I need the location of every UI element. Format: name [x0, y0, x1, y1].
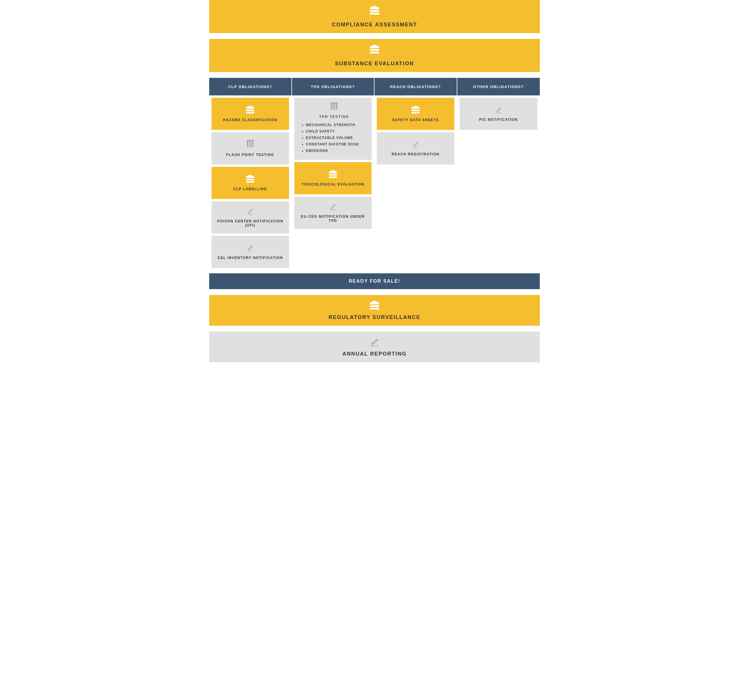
pic-notification-label: PIC NOTIFICATION [479, 118, 518, 122]
clp-column: CLP OBLIGATIONS? HAZARD CLASSIFICATION [209, 78, 292, 271]
svg-rect-30 [333, 108, 335, 110]
svg-rect-43 [370, 308, 379, 310]
stack-icon-tox [328, 170, 338, 180]
safety-data-sheets-card[interactable]: SAFETY DATA SHEETS [377, 98, 454, 130]
svg-rect-18 [252, 145, 254, 147]
list-item: CHILD SAFETY [306, 129, 367, 133]
svg-rect-20 [246, 179, 254, 180]
svg-rect-8 [246, 112, 254, 113]
obligations-columns: CLP OBLIGATIONS? HAZARD CLASSIFICATION [209, 78, 540, 271]
svg-rect-17 [249, 145, 251, 147]
svg-rect-42 [496, 113, 501, 113]
svg-rect-24 [248, 251, 253, 251]
poison-center-label: POISON CENTER NOTIFICATION (UFI) [215, 219, 286, 228]
hazard-classification-label: HAZARD CLASSIFICATION [223, 118, 277, 122]
pencil-icon-annual [369, 337, 380, 348]
substance-evaluation-banner: SUBSTANCE EVALUATION [209, 39, 540, 72]
svg-rect-37 [411, 112, 420, 113]
regulatory-surveillance-banner: REGULATORY SURVEILLANCE [209, 295, 540, 326]
svg-rect-13 [249, 141, 251, 146]
svg-rect-19 [246, 181, 254, 183]
eu-ceg-label: EU-CEG NOTIFICATION UNDER TPD [298, 214, 368, 223]
stack-icon-clp [245, 175, 255, 185]
reach-registration-label: REACH REGISTRATION [392, 152, 439, 156]
toxicological-evaluation-card[interactable]: TOXICOLOGICAL EVALUATION [294, 162, 372, 194]
flash-point-testing-card[interactable]: FLASH POINT TESTING [211, 132, 289, 165]
clp-labelling-card[interactable]: CLP LABELLING [211, 167, 289, 199]
other-column: OTHER OBLIGATIONS? PIC NOTIFICATION [457, 78, 540, 271]
ready-for-sale-banner: READY FOR SALE! [209, 273, 540, 289]
stack-icon-2 [368, 44, 381, 57]
svg-rect-32 [329, 176, 337, 178]
list-item: EMISSIONS [306, 149, 367, 153]
list-item: CONSTANT NICOTNE DOSE [306, 142, 367, 146]
clp-labelling-label: CLP LABELLING [234, 187, 267, 191]
eu-ceg-notification-card[interactable]: EU-CEG NOTIFICATION UNDER TPD [294, 197, 372, 229]
regulatory-surveillance-label: REGULATORY SURVEILLANCE [329, 314, 420, 321]
stack-icon-sds [411, 105, 420, 116]
hazard-classification-card[interactable]: HAZARD CLASSIFICATION [211, 98, 289, 130]
tubes-icon [245, 140, 255, 150]
cl-inventory-label: C&L INVENTORY NOTIFICATION [217, 256, 283, 260]
reach-registration-card[interactable]: REACH REGISTRATION [377, 132, 454, 165]
compliance-assessment-label: COMPLIANCE ASSESSMENT [332, 21, 417, 28]
reach-body: SAFETY DATA SHEETS REACH REGISTRATION [374, 95, 457, 271]
tpd-body: TPD TESTING MECHANICAL STRENGTH CHILD SA… [292, 95, 374, 271]
svg-rect-36 [330, 209, 336, 210]
clp-header: CLP OBLIGATIONS? [209, 78, 291, 95]
stack-icon-gold [245, 105, 255, 116]
pencil-icon-poison [246, 208, 254, 217]
reach-header: REACH OBLIGATIONS? [374, 78, 457, 95]
compliance-assessment-banner: COMPLIANCE ASSESSMENT [209, 0, 540, 33]
stack-icon [368, 5, 381, 18]
cl-inventory-card[interactable]: C&L INVENTORY NOTIFICATION [211, 236, 289, 268]
svg-rect-47 [371, 345, 378, 347]
other-body: PIC NOTIFICATION [457, 95, 540, 271]
ready-for-sale-label: READY FOR SALE! [349, 278, 400, 284]
svg-rect-44 [370, 305, 379, 307]
svg-rect-0 [370, 13, 379, 15]
svg-rect-38 [411, 110, 420, 111]
toxicological-label: TOXICOLOGICAL EVALUATION [301, 182, 364, 186]
flash-point-testing-label: FLASH POINT TESTING [226, 153, 274, 157]
svg-rect-1 [370, 10, 379, 12]
svg-rect-16 [247, 145, 249, 147]
svg-rect-14 [252, 141, 254, 146]
tubes-icon-tpd [329, 102, 339, 113]
tpd-testing-title: TPD TESTING [301, 102, 367, 119]
tpd-testing-card[interactable]: TPD TESTING MECHANICAL STRENGTH CHILD SA… [294, 98, 372, 160]
svg-rect-27 [336, 103, 337, 108]
annual-reporting-banner: ANNUAL REPORTING [209, 332, 540, 362]
poison-center-notification-card[interactable]: POISON CENTER NOTIFICATION (UFI) [211, 201, 289, 234]
tpd-header: TPD OBLIGATIONS? [292, 78, 374, 95]
tpd-testing-list: MECHANICAL STRENGTH CHILD SAFETY EXTRACT… [301, 123, 367, 153]
tpd-column: TPD OBLIGATIONS? [292, 78, 375, 271]
reach-column: REACH OBLIGATIONS? SAFETY DATA SHEETS [374, 78, 457, 271]
other-header: OTHER OBLIGATIONS? [457, 78, 540, 95]
list-item: EXTRACTABLE VOLUME [306, 136, 367, 140]
stack-icon-regulatory [368, 300, 381, 312]
svg-rect-5 [370, 49, 379, 51]
svg-rect-15 [246, 140, 254, 141]
svg-rect-25 [331, 103, 332, 108]
svg-rect-12 [247, 141, 248, 146]
svg-rect-4 [370, 52, 379, 53]
svg-rect-28 [330, 102, 338, 104]
clp-body: HAZARD CLASSIFICATION FLASH POINT TESTI [209, 95, 291, 271]
pic-notification-card[interactable]: PIC NOTIFICATION [460, 98, 538, 130]
substance-evaluation-label: SUBSTANCE EVALUATION [335, 61, 414, 67]
svg-rect-29 [331, 108, 333, 110]
list-item: MECHANICAL STRENGTH [306, 123, 367, 127]
svg-rect-26 [333, 103, 335, 108]
svg-rect-33 [329, 174, 337, 176]
svg-rect-23 [248, 214, 253, 215]
svg-rect-31 [336, 108, 338, 110]
pencil-icon-euceg [329, 203, 337, 212]
pencil-icon-cl [246, 244, 254, 254]
svg-rect-41 [413, 147, 418, 148]
svg-rect-9 [246, 110, 254, 111]
annual-reporting-label: ANNUAL REPORTING [342, 351, 407, 357]
pencil-icon-reach [411, 141, 420, 150]
safety-data-sheets-label: SAFETY DATA SHEETS [392, 118, 439, 122]
pencil-icon-pic [494, 106, 503, 115]
